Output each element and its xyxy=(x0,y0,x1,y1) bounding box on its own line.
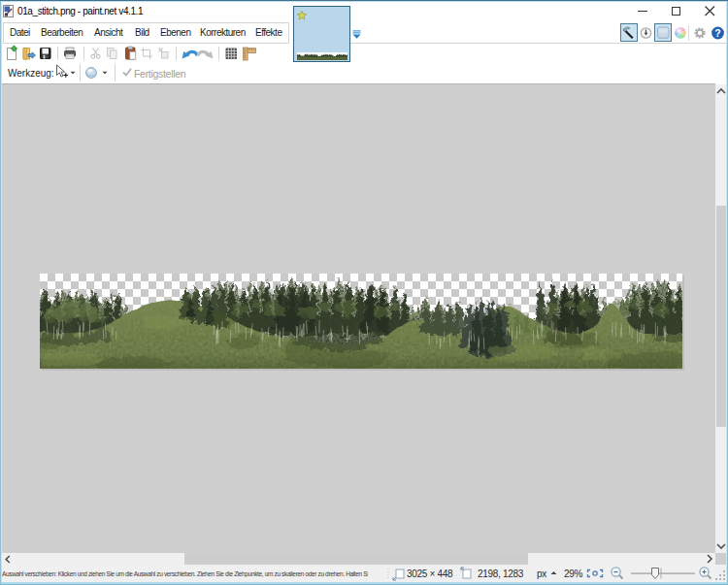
svg-text:3025 × 448: 3025 × 448 xyxy=(407,569,453,579)
svg-text:?: ? xyxy=(714,27,720,39)
svg-text:2198, 1283: 2198, 1283 xyxy=(478,569,524,579)
svg-text:29%: 29% xyxy=(564,569,583,579)
svg-text:px: px xyxy=(537,569,546,579)
